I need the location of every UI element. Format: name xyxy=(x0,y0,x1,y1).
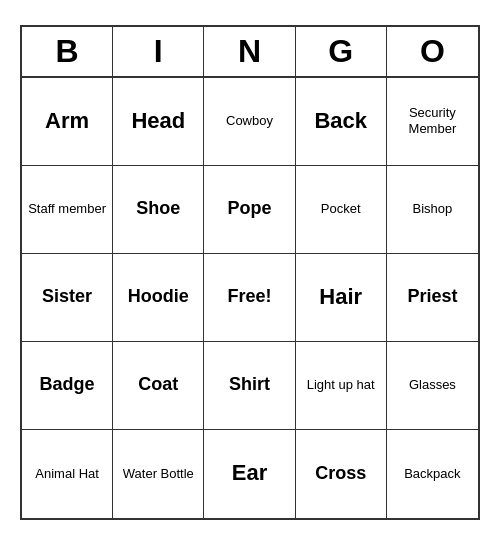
bingo-card: BINGO ArmHeadCowboyBackSecurity MemberSt… xyxy=(20,25,480,520)
bingo-cell: Glasses xyxy=(387,342,478,430)
header-letter: N xyxy=(204,27,295,76)
bingo-cell: Arm xyxy=(22,78,113,166)
bingo-cell: Ear xyxy=(204,430,295,518)
bingo-cell: Security Member xyxy=(387,78,478,166)
bingo-cell: Head xyxy=(113,78,204,166)
bingo-cell: Priest xyxy=(387,254,478,342)
bingo-cell: Back xyxy=(296,78,387,166)
header-letter: I xyxy=(113,27,204,76)
bingo-cell: Animal Hat xyxy=(22,430,113,518)
bingo-cell: Staff member xyxy=(22,166,113,254)
bingo-cell: Light up hat xyxy=(296,342,387,430)
bingo-cell: Sister xyxy=(22,254,113,342)
bingo-cell: Hair xyxy=(296,254,387,342)
header-letter: B xyxy=(22,27,113,76)
bingo-cell: Bishop xyxy=(387,166,478,254)
bingo-cell: Cowboy xyxy=(204,78,295,166)
bingo-cell: Free! xyxy=(204,254,295,342)
bingo-cell: Backpack xyxy=(387,430,478,518)
bingo-cell: Cross xyxy=(296,430,387,518)
bingo-cell: Pocket xyxy=(296,166,387,254)
bingo-header: BINGO xyxy=(22,27,478,78)
bingo-grid: ArmHeadCowboyBackSecurity MemberStaff me… xyxy=(22,78,478,518)
bingo-cell: Badge xyxy=(22,342,113,430)
header-letter: O xyxy=(387,27,478,76)
bingo-cell: Shirt xyxy=(204,342,295,430)
bingo-cell: Hoodie xyxy=(113,254,204,342)
bingo-cell: Pope xyxy=(204,166,295,254)
header-letter: G xyxy=(296,27,387,76)
bingo-cell: Shoe xyxy=(113,166,204,254)
bingo-cell: Water Bottle xyxy=(113,430,204,518)
bingo-cell: Coat xyxy=(113,342,204,430)
